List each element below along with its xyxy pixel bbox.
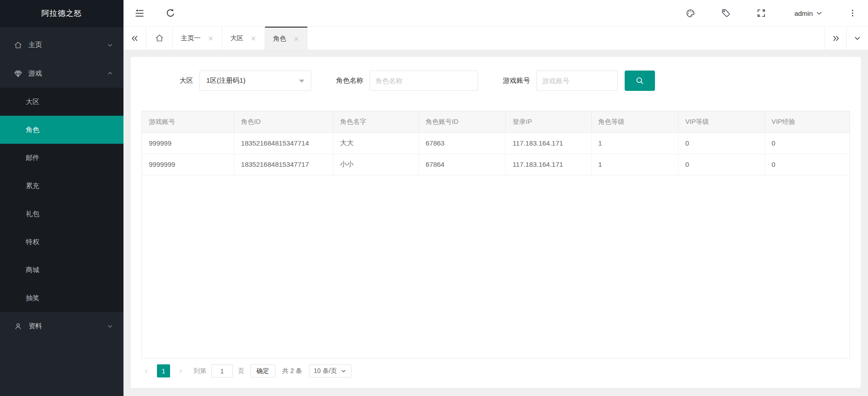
sidebar-item-label: 资料 [28,322,42,330]
page-unit-label: 页 [238,367,244,375]
user-menu[interactable]: admin [794,9,823,17]
chevron-down-icon [816,9,823,17]
topbar-right: admin [660,8,857,19]
fullscreen-icon[interactable] [756,8,766,18]
sidebar-item-role[interactable]: 角色 [0,116,123,144]
submenu-label: 累充 [26,182,39,190]
page-number-current[interactable]: 1 [157,364,170,377]
table-header: 游戏账号 角色ID 角色名字 角色账号ID 登录IP 角色等级 VIP等级 VI… [142,111,849,132]
role-name-input[interactable] [370,71,478,91]
sidebar-item-giftpack[interactable]: 礼包 [0,200,123,228]
search-button[interactable] [625,71,655,91]
tab-home-icon[interactable] [146,27,173,50]
topbar: admin [123,0,868,27]
cell-role-id: 183521684815347717 [234,154,333,175]
tab-label: 角色 [273,34,286,43]
close-icon[interactable]: × [251,34,256,42]
collapse-menu-icon[interactable] [134,8,145,19]
cell-vip-exp: 0 [764,154,849,175]
sidebar: 阿拉德之怒 主页 游戏 大区 角色 邮件 累充 礼包 特权 [0,0,123,396]
cell-login-ip: 117.183.164.171 [506,132,591,154]
sidebar-item-label: 主页 [28,41,42,49]
tab-region[interactable]: 大区 × [222,27,265,50]
submenu-label: 商城 [26,266,39,274]
sidebar-item-profile[interactable]: 资料 [0,312,123,340]
close-icon[interactable]: × [294,35,299,43]
tag-icon[interactable] [721,8,731,18]
sidebar-item-privilege[interactable]: 特权 [0,228,123,256]
cell-vip-level: 0 [678,132,764,154]
theme-palette-icon[interactable] [685,8,696,19]
tab-role[interactable]: 角色 × [265,27,308,50]
user-icon [14,322,23,331]
search-icon [635,76,645,85]
more-options-icon[interactable] [848,9,857,18]
region-label: 大区 [180,76,193,85]
tabs-menu-icon[interactable] [846,27,868,50]
close-icon[interactable]: × [208,34,214,42]
col-role-level: 角色等级 [591,111,678,132]
submenu-label: 邮件 [26,154,39,162]
submenu-label: 抽奖 [26,294,39,302]
chevron-down-icon [341,368,346,374]
topbar-left [134,8,175,19]
tab-label: 大区 [230,34,243,42]
role-table: 游戏账号 角色ID 角色名字 角色账号ID 登录IP 角色等级 VIP等级 VI… [142,111,850,358]
region-select[interactable]: 1区(注册码1) [199,71,311,91]
col-login-ip: 登录IP [506,111,591,132]
tab-homepage1[interactable]: 主页一 × [173,27,222,50]
role-name-label: 角色名称 [336,76,363,85]
diamond-icon [14,69,23,78]
col-role-id: 角色ID [234,111,333,132]
cell-login-ip: 117.183.164.171 [506,154,591,175]
col-account: 游戏账号 [142,111,234,132]
cell-role-account-id: 67863 [419,132,506,154]
col-role-name: 角色名字 [333,111,418,132]
cell-role-name: 小小 [333,154,418,175]
cell-vip-level: 0 [678,154,764,175]
chevron-down-icon [107,323,114,330]
content-area: 大区 1区(注册码1) 角色名称 游戏账号 游戏账号 角色ID [123,50,868,396]
page-size-value: 10 条/页 [314,367,337,375]
sidebar-item-recharge[interactable]: 累充 [0,172,123,200]
submenu-label: 角色 [26,126,39,134]
tabs-scroll-left-icon[interactable] [123,27,146,50]
submenu-label: 礼包 [26,210,39,218]
submenu-label: 特权 [26,238,39,246]
confirm-button[interactable]: 确定 [250,364,275,377]
username: admin [794,9,813,17]
app-title: 阿拉德之怒 [0,0,123,27]
sidebar-submenu-game: 大区 角色 邮件 累充 礼包 特权 商城 抽奖 [0,88,123,312]
sidebar-item-region[interactable]: 大区 [0,88,123,116]
page-size-select[interactable]: 10 条/页 [309,364,351,377]
region-select-value: 1区(注册码1) [206,76,246,85]
home-icon [14,41,23,50]
tab-label: 主页一 [181,34,201,42]
account-input[interactable] [536,71,618,91]
next-page-icon[interactable] [175,368,185,374]
table-row[interactable]: 9999999 183521684815347717 小小 67864 117.… [142,154,849,175]
role-card: 大区 1区(注册码1) 角色名称 游戏账号 游戏账号 角色ID [131,57,861,388]
sidebar-item-lottery[interactable]: 抽奖 [0,284,123,312]
sidebar-item-home[interactable]: 主页 [0,31,123,59]
col-vip-level: VIP等级 [678,111,764,132]
cell-account: 9999999 [142,154,234,175]
pagination: 1 到第 页 确定 共 2 条 10 条/页 [142,364,850,377]
sidebar-item-game[interactable]: 游戏 [0,59,123,88]
table-row[interactable]: 999999 183521684815347714 大大 67863 117.1… [142,132,849,154]
sidebar-item-mail[interactable]: 邮件 [0,144,123,172]
chevron-down-icon [107,42,114,48]
tabbar: 主页一 × 大区 × 角色 × [123,27,868,50]
sidebar-item-mall[interactable]: 商城 [0,256,123,284]
filter-row: 大区 1区(注册码1) 角色名称 游戏账号 [180,71,850,91]
tabs-scroll-right-icon[interactable] [825,27,846,50]
cell-role-id: 183521684815347714 [234,132,333,154]
goto-page-input[interactable] [211,364,233,377]
account-label: 游戏账号 [503,76,530,85]
col-vip-exp: VIP经验 [764,111,849,132]
chevron-up-icon [107,70,114,77]
prev-page-icon[interactable] [142,368,152,374]
goto-page-label: 到第 [194,367,206,375]
sidebar-menu: 主页 游戏 大区 角色 邮件 累充 礼包 特权 商城 抽奖 [0,27,123,340]
refresh-icon[interactable] [166,8,175,18]
